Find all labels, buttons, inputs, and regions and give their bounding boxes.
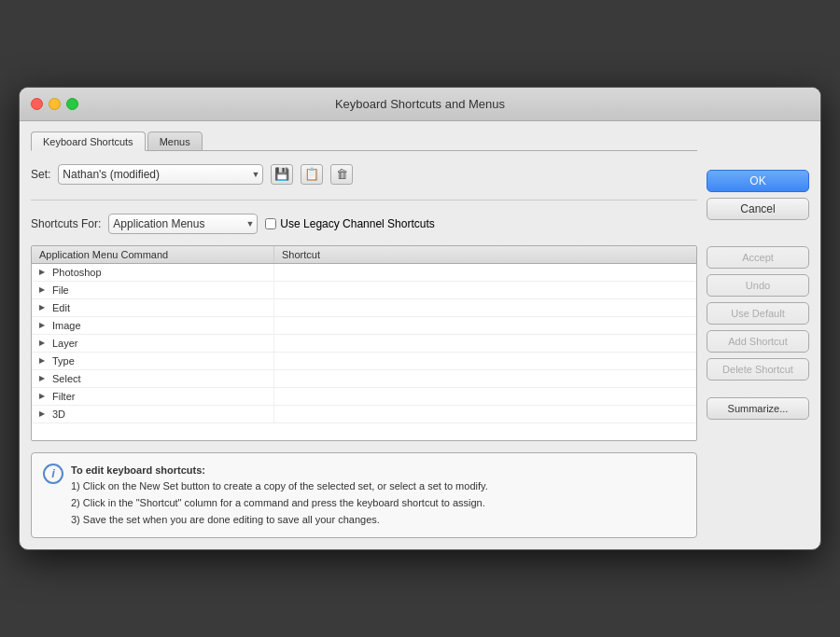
- set-row: Set: Nathan's (modified) Photoshop Defau…: [31, 160, 697, 188]
- shortcuts-for-label: Shortcuts For:: [31, 217, 101, 230]
- shortcuts-for-select-wrapper: Application Menus Panel Menus Tools ▼: [108, 214, 258, 234]
- table-row[interactable]: ▶ Select: [32, 370, 696, 388]
- title-bar: Keyboard Shortcuts and Menus: [20, 88, 820, 121]
- table-row[interactable]: ▶ Filter: [32, 388, 696, 406]
- tab-keyboard-shortcuts[interactable]: Keyboard Shortcuts: [31, 132, 146, 151]
- dialog-body: Keyboard Shortcuts Menus Set: Nathan's (…: [20, 121, 820, 549]
- shortcuts-for-select[interactable]: Application Menus Panel Menus Tools: [108, 214, 258, 234]
- divider-1: [31, 200, 697, 201]
- table-header: Application Menu Command Shortcut: [32, 246, 696, 264]
- maximize-button[interactable]: [66, 98, 78, 110]
- add-shortcut-button[interactable]: Add Shortcut: [707, 330, 809, 353]
- undo-button[interactable]: Undo: [707, 274, 809, 297]
- table-row[interactable]: ▶ Type: [32, 353, 696, 370]
- traffic-lights: [31, 98, 78, 110]
- column-shortcut: Shortcut: [274, 246, 696, 263]
- table-row[interactable]: ▶ Layer: [32, 335, 696, 353]
- expand-arrow: ▶: [39, 303, 49, 312]
- expand-arrow: ▶: [39, 374, 49, 382]
- table-row[interactable]: ▶ Photoshop: [32, 264, 696, 282]
- tab-menus[interactable]: Menus: [147, 132, 203, 151]
- info-text: To edit keyboard shortcuts: 1) Click on …: [71, 463, 488, 528]
- summarize-button[interactable]: Summarize...: [707, 397, 809, 420]
- save-set-button[interactable]: 💾: [271, 164, 293, 185]
- expand-arrow: ▶: [39, 339, 49, 347]
- shortcuts-for-row: Shortcuts For: Application Menus Panel M…: [31, 212, 697, 238]
- table-row[interactable]: ▶ 3D: [32, 406, 696, 423]
- set-select[interactable]: Nathan's (modified) Photoshop Defaults: [58, 164, 263, 185]
- expand-arrow: ▶: [39, 268, 49, 276]
- side-buttons: OK Cancel Accept Undo Use Default Add Sh…: [707, 131, 809, 538]
- cancel-button[interactable]: Cancel: [707, 198, 809, 220]
- use-default-button[interactable]: Use Default: [707, 302, 809, 325]
- expand-arrow: ▶: [39, 285, 49, 294]
- table-row[interactable]: ▶ Edit: [32, 299, 696, 317]
- delete-shortcut-button[interactable]: Delete Shortcut: [707, 358, 809, 381]
- window-title: Keyboard Shortcuts and Menus: [335, 97, 505, 111]
- new-set-button[interactable]: 📋: [301, 164, 323, 185]
- accept-button[interactable]: Accept: [707, 246, 809, 269]
- legacy-checkbox-wrapper: Use Legacy Channel Shortcuts: [265, 217, 434, 230]
- column-command: Application Menu Command: [32, 246, 274, 263]
- ok-button[interactable]: OK: [707, 170, 809, 192]
- set-select-wrapper: Nathan's (modified) Photoshop Defaults ▼: [58, 164, 263, 185]
- delete-set-button[interactable]: 🗑: [330, 164, 353, 185]
- info-icon: i: [43, 464, 63, 484]
- info-box: i To edit keyboard shortcuts: 1) Click o…: [31, 452, 697, 538]
- close-button[interactable]: [31, 98, 43, 110]
- table-row[interactable]: ▶ Image: [32, 317, 696, 335]
- set-label: Set:: [31, 168, 50, 181]
- table-row[interactable]: ▶ File: [32, 282, 696, 299]
- legacy-checkbox[interactable]: [265, 218, 276, 229]
- shortcuts-table[interactable]: Application Menu Command Shortcut ▶ Phot…: [31, 245, 697, 441]
- expand-arrow: ▶: [39, 392, 49, 400]
- tab-bar: Keyboard Shortcuts Menus: [31, 131, 697, 151]
- expand-arrow: ▶: [39, 409, 49, 418]
- dialog-window: Keyboard Shortcuts and Menus Keyboard Sh…: [19, 87, 821, 550]
- main-panel: Keyboard Shortcuts Menus Set: Nathan's (…: [31, 131, 697, 538]
- legacy-label: Use Legacy Channel Shortcuts: [280, 217, 434, 230]
- minimize-button[interactable]: [49, 98, 61, 110]
- expand-arrow: ▶: [39, 321, 49, 329]
- expand-arrow: ▶: [39, 356, 49, 365]
